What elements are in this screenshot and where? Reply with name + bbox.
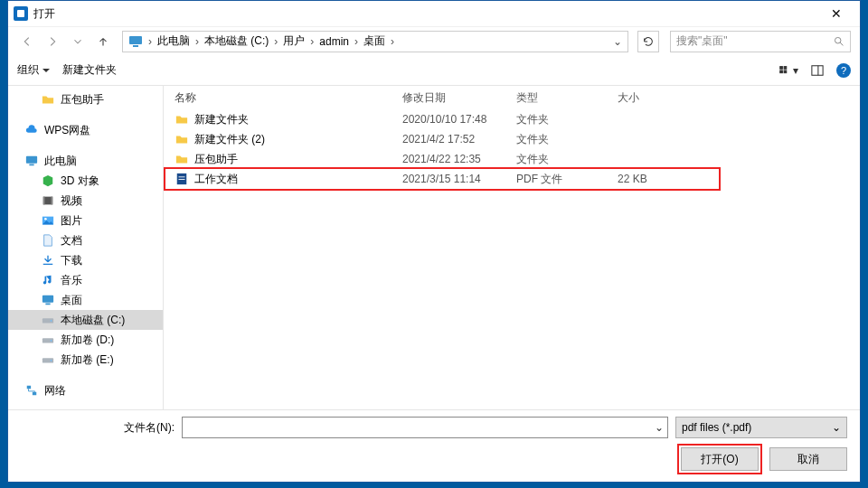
monitor-icon: [24, 154, 39, 168]
document-icon: [41, 233, 55, 248]
open-dialog: 打开 ✕ › 此电脑 › 本地磁盘 (C:) › 用户 › admin › 桌面…: [7, 0, 861, 483]
breadcrumb[interactable]: 本地磁盘 (C:): [201, 33, 272, 49]
cancel-button[interactable]: 取消: [769, 447, 847, 471]
desktop-icon: [41, 293, 55, 307]
svg-rect-7: [784, 70, 787, 73]
sidebar-item-wps[interactable]: WPS网盘: [8, 120, 163, 140]
titlebar: 打开 ✕: [8, 1, 860, 26]
chevron-down-icon[interactable]: ⌄: [613, 35, 622, 48]
dialog-body: 压包助手 WPS网盘 此电脑 3D 对象 视频 图片 文档 下载 音乐 桌面 本…: [8, 86, 860, 409]
col-name[interactable]: 名称: [175, 90, 402, 106]
sidebar-item-edrive[interactable]: 新加卷 (E:): [8, 350, 163, 370]
help-icon[interactable]: ?: [836, 63, 851, 78]
svg-point-3: [835, 37, 841, 43]
download-icon: [41, 253, 55, 267]
svg-point-16: [44, 218, 47, 221]
app-icon: [14, 6, 28, 21]
col-size[interactable]: 大小: [618, 90, 717, 106]
footer: 文件名(N): ⌄ pdf files (*.pdf)⌄ 打开(O) 取消: [8, 409, 860, 482]
network-icon: [24, 383, 39, 398]
list-item[interactable]: 工作文档2021/3/15 11:14PDF 文件22 KB: [175, 169, 860, 189]
sidebar-item-pictures[interactable]: 图片: [8, 211, 163, 230]
svg-rect-28: [179, 176, 185, 177]
svg-point-20: [51, 320, 52, 322]
drive-icon: [41, 333, 55, 347]
film-icon: [41, 193, 55, 208]
col-type[interactable]: 类型: [516, 90, 618, 106]
column-headers: 名称 修改日期 类型 大小: [164, 86, 860, 109]
pdf-icon: [175, 172, 189, 186]
svg-rect-18: [45, 304, 50, 305]
svg-rect-6: [780, 70, 783, 73]
list-item[interactable]: 新建文件夹 (2)2021/4/2 17:52文件夹: [175, 129, 860, 149]
folder-icon: [175, 112, 189, 127]
svg-rect-5: [784, 66, 787, 69]
svg-rect-8: [812, 65, 823, 75]
filetype-select[interactable]: pdf files (*.pdf)⌄: [675, 417, 847, 438]
new-folder-button[interactable]: 新建文件夹: [62, 62, 117, 78]
chevron-right-icon: ›: [146, 35, 154, 48]
svg-rect-0: [17, 10, 24, 17]
filename-input[interactable]: ⌄: [182, 417, 668, 438]
sidebar-item-downloads[interactable]: 下载: [8, 250, 163, 270]
cube-icon: [41, 174, 55, 188]
svg-rect-17: [42, 296, 53, 303]
image-icon: [41, 213, 55, 228]
sidebar-item-cdrive[interactable]: 本地磁盘 (C:): [8, 310, 163, 330]
nav-row: › 此电脑 › 本地磁盘 (C:) › 用户 › admin › 桌面 › ⌄ …: [8, 26, 860, 55]
folder-icon: [41, 92, 55, 107]
sidebar: 压包助手 WPS网盘 此电脑 3D 对象 视频 图片 文档 下载 音乐 桌面 本…: [8, 86, 164, 409]
folder-icon: [175, 132, 189, 146]
open-button[interactable]: 打开(O): [681, 447, 759, 471]
sidebar-item-desktop[interactable]: 桌面: [8, 290, 163, 310]
sidebar-item-3d[interactable]: 3D 对象: [8, 171, 163, 191]
svg-rect-26: [33, 392, 36, 396]
chevron-down-icon: ⌄: [832, 421, 841, 434]
search-placeholder: 搜索"桌面": [676, 33, 728, 49]
breadcrumb[interactable]: 此电脑: [154, 33, 193, 49]
svg-rect-2: [133, 45, 138, 47]
music-icon: [41, 273, 55, 287]
up-icon[interactable]: [93, 32, 113, 52]
back-icon[interactable]: [17, 32, 37, 52]
breadcrumb[interactable]: 桌面: [360, 33, 389, 49]
address-bar[interactable]: › 此电脑 › 本地磁盘 (C:) › 用户 › admin › 桌面 › ⌄: [122, 31, 628, 52]
breadcrumb[interactable]: 用户: [279, 33, 308, 49]
chevron-down-icon[interactable]: ⌄: [655, 421, 664, 434]
folder-icon: [175, 152, 189, 166]
cloud-icon: [24, 123, 39, 137]
drive-icon: [41, 313, 55, 327]
svg-rect-4: [780, 66, 783, 69]
forward-icon[interactable]: [42, 32, 62, 52]
search-input[interactable]: 搜索"桌面": [670, 31, 851, 52]
sidebar-item-thispc[interactable]: 此电脑: [8, 151, 163, 171]
search-icon: [833, 35, 844, 47]
monitor-icon: [128, 34, 143, 49]
breadcrumb[interactable]: admin: [316, 35, 353, 48]
col-date[interactable]: 修改日期: [402, 90, 516, 106]
list-item[interactable]: 新建文件夹2020/10/10 17:48文件夹: [175, 109, 860, 129]
svg-point-22: [51, 340, 52, 342]
filename-label: 文件名(N):: [21, 420, 175, 436]
svg-rect-25: [27, 386, 31, 389]
sidebar-item-compress[interactable]: 压包助手: [8, 89, 163, 109]
close-icon[interactable]: ✕: [818, 6, 854, 21]
view-options-icon[interactable]: ▾: [778, 64, 798, 77]
refresh-icon[interactable]: [637, 31, 659, 52]
sidebar-item-music[interactable]: 音乐: [8, 270, 163, 290]
sidebar-item-network[interactable]: 网络: [8, 380, 163, 400]
svg-rect-14: [52, 197, 53, 205]
organize-menu[interactable]: 组织: [17, 62, 50, 78]
toolbar: 组织 新建文件夹 ▾ ?: [8, 55, 860, 86]
svg-rect-11: [29, 164, 33, 166]
svg-rect-29: [179, 179, 185, 180]
list-item[interactable]: 压包助手2021/4/22 12:35文件夹: [175, 149, 860, 169]
svg-rect-10: [26, 156, 37, 164]
sidebar-item-documents[interactable]: 文档: [8, 230, 163, 250]
recent-dropdown-icon[interactable]: [68, 32, 88, 52]
preview-pane-icon[interactable]: [811, 64, 824, 77]
sidebar-item-ddrive[interactable]: 新加卷 (D:): [8, 330, 163, 350]
drive-icon: [41, 352, 55, 367]
svg-rect-1: [129, 36, 142, 44]
sidebar-item-video[interactable]: 视频: [8, 191, 163, 211]
